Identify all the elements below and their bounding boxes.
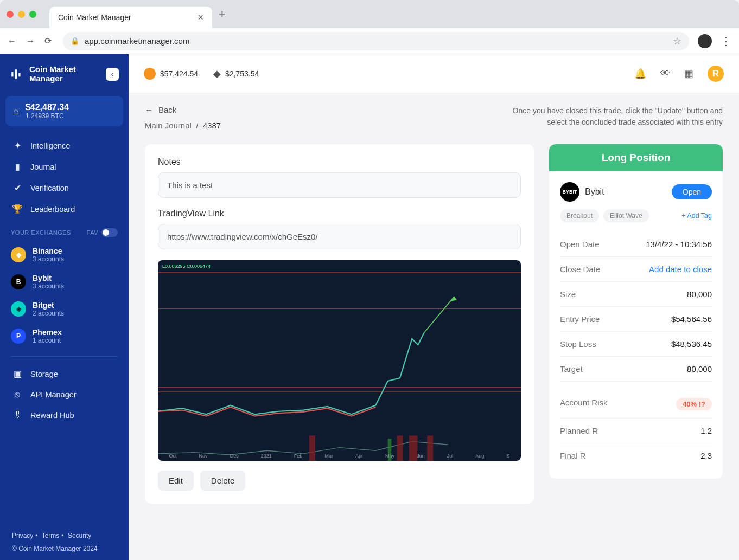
url-text: app.coinmarketmanager.com	[85, 36, 189, 46]
balance-card[interactable]: ⌂ $42,487.34 1.24939 BTC	[5, 96, 123, 126]
position-card: Long Position BYBIT Bybit Open Breakout …	[549, 144, 723, 479]
logo-icon	[10, 67, 24, 81]
nav-label: Storage	[30, 370, 58, 378]
sidebar-item-reward[interactable]: 🎖Reward Hub	[0, 405, 129, 426]
nav-label: API Manager	[30, 390, 77, 399]
calculator-icon[interactable]: ▦	[684, 68, 693, 80]
size-value: 80,000	[687, 289, 712, 299]
sidebar-item-leaderboard[interactable]: 🏆Leaderboard	[0, 198, 129, 220]
crumb-root[interactable]: Main Journal	[145, 121, 192, 130]
close-date-link[interactable]: Add date to close	[649, 265, 712, 274]
maximize-window-icon[interactable]	[29, 11, 36, 18]
exchange-item-phemex[interactable]: P Phemex1 account	[0, 323, 129, 350]
position-exchange: BYBIT Bybit	[560, 182, 604, 202]
app-logo[interactable]: Coin Market Manager	[10, 65, 76, 83]
security-link[interactable]: Security	[68, 532, 91, 539]
arrow-left-icon: ←	[145, 105, 153, 114]
divider	[11, 356, 118, 357]
close-window-icon[interactable]	[7, 11, 14, 18]
stop-value: $48,536.45	[671, 339, 712, 349]
forward-icon[interactable]: →	[26, 36, 36, 46]
fav-toggle[interactable]	[101, 228, 118, 237]
exchange-sub: 3 accounts	[33, 255, 64, 263]
exchange-sub: 2 accounts	[33, 310, 64, 317]
phemex-icon: P	[11, 329, 26, 344]
page-hint: Once you have closed this trade, click t…	[495, 105, 723, 128]
exchange-item-bitget[interactable]: ◈ Bitget2 accounts	[0, 295, 129, 323]
notes-input[interactable]	[158, 172, 521, 198]
main-content: $57,424.54 ◆ $2,753.54 🔔 👁 ▦ R ← Back Ma	[129, 54, 739, 560]
svg-rect-0	[11, 72, 13, 76]
position-status-pill[interactable]: Open	[672, 184, 712, 199]
home-icon: ⌂	[13, 106, 19, 117]
bell-icon[interactable]: 🔔	[634, 68, 646, 80]
chrome-profile-avatar[interactable]	[698, 34, 712, 48]
back-button[interactable]: ← Back	[145, 105, 221, 114]
entry-card: Notes TradingView Link L0.006295 C0.0064…	[145, 144, 534, 504]
eth-price: $2,753.54	[225, 69, 259, 78]
exchange-item-bybit[interactable]: B Bybit3 accounts	[0, 268, 129, 295]
target-value: 80,000	[687, 364, 712, 374]
chart-x-axis: OctNovDec2021FebMarAprMayJunJulAugS	[158, 453, 521, 459]
nav-label: Journal	[30, 163, 56, 171]
bitget-icon: ◈	[11, 301, 26, 317]
breadcrumb: Main Journal / 4387	[145, 121, 221, 130]
back-icon[interactable]: ←	[8, 36, 17, 46]
target-label: Target	[560, 364, 583, 374]
sparkle-icon: ✦	[12, 140, 23, 151]
back-label: Back	[158, 105, 176, 114]
new-tab-icon[interactable]: +	[219, 7, 226, 21]
user-avatar[interactable]: R	[708, 66, 724, 82]
terms-link[interactable]: Terms	[42, 532, 60, 539]
exchanges-section-label: YOUR EXCHANGES	[11, 229, 71, 236]
minimize-window-icon[interactable]	[18, 11, 25, 18]
crumb-id: 4387	[203, 121, 221, 130]
copyright: © Coin Market Manager 2024	[0, 544, 129, 560]
brand-line2: Manager	[29, 74, 76, 83]
risk-label: Account Risk	[560, 398, 608, 410]
sidebar-item-verification[interactable]: ✔Verification	[0, 177, 129, 198]
bybit-icon: B	[11, 274, 26, 289]
chrome-menu-icon[interactable]: ⋮	[721, 35, 731, 48]
api-icon: ⎋	[12, 390, 23, 400]
ethereum-icon: ◆	[213, 68, 221, 80]
svg-rect-2	[18, 73, 20, 76]
balance-btc: 1.24939 BTC	[26, 112, 69, 120]
close-tab-icon[interactable]: ×	[198, 12, 203, 23]
sidebar-item-intelligence[interactable]: ✦Intelligence	[0, 135, 129, 156]
sidebar-item-api[interactable]: ⎋API Manager	[0, 384, 129, 405]
svg-rect-1	[15, 69, 17, 79]
collapse-sidebar-button[interactable]: ‹	[106, 68, 119, 81]
browser-tab[interactable]: Coin Market Manager ×	[49, 7, 212, 28]
tradingview-chart-image: L0.006295 C0.006474	[158, 260, 521, 461]
sidebar-item-journal[interactable]: ▮Journal	[0, 156, 129, 177]
balance-usd: $42,487.34	[26, 102, 69, 112]
open-date-label: Open Date	[560, 240, 600, 249]
svg-line-7	[424, 297, 455, 333]
tradingview-input[interactable]	[158, 224, 521, 249]
planned-r-value: 1.2	[700, 426, 712, 435]
planned-r-label: Planned R	[560, 426, 598, 435]
bookmark-star-icon[interactable]: ☆	[673, 35, 681, 47]
tag-breakout[interactable]: Breakout	[560, 209, 599, 222]
reload-icon[interactable]: ⟳	[44, 36, 54, 46]
notes-label: Notes	[158, 157, 521, 167]
visibility-off-icon[interactable]: 👁	[660, 68, 670, 79]
exchange-item-binance[interactable]: ◆ Binance3 accounts	[0, 241, 129, 268]
sidebar: Coin Market Manager ‹ ⌂ $42,487.34 1.249…	[0, 54, 129, 560]
traffic-lights	[7, 11, 36, 18]
bitcoin-icon	[144, 68, 156, 80]
sidebar-item-storage[interactable]: ▣Storage	[0, 363, 129, 384]
add-tag-button[interactable]: + Add Tag	[681, 212, 712, 220]
edit-button[interactable]: Edit	[158, 471, 194, 491]
footer-links: Privacy• Terms• Security	[0, 527, 129, 544]
topbar: $57,424.54 ◆ $2,753.54 🔔 👁 ▦ R	[129, 54, 739, 93]
eth-ticker: ◆ $2,753.54	[213, 68, 259, 80]
btc-ticker: $57,424.54	[144, 68, 198, 80]
tag-elliot-wave[interactable]: Elliot Wave	[603, 209, 649, 222]
position-title: Long Position	[549, 144, 723, 171]
address-bar[interactable]: 🔒 app.coinmarketmanager.com ☆	[63, 32, 689, 50]
entry-value: $54,564.56	[671, 314, 712, 324]
delete-button[interactable]: Delete	[200, 471, 245, 491]
privacy-link[interactable]: Privacy	[12, 532, 33, 539]
